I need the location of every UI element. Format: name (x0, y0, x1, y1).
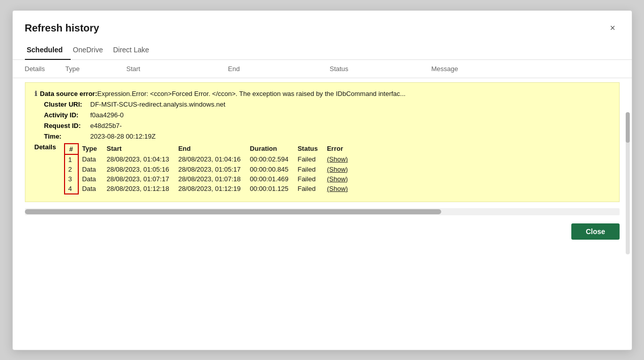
error-row-activity: Activity ID: f0aa4296-0 (35, 111, 610, 119)
modal-header: Refresh history × (13, 11, 632, 36)
cell-num: 2 (65, 165, 78, 174)
col-header-end: End (228, 65, 330, 73)
inner-col-error: Error (324, 144, 354, 154)
cluster-uri-label: Cluster URI: (44, 101, 82, 108)
error-panel: ℹ Data source error: Expression.Error: <… (25, 82, 620, 202)
inner-col-type: Type (78, 144, 103, 154)
cell-end: 28/08/2023, 01:12:19 (175, 184, 247, 194)
error-row-cluster: Cluster URI: DF-MSIT-SCUS-redirect.analy… (35, 101, 610, 108)
cell-error[interactable]: (Show) (324, 184, 354, 194)
table-row: 4 Data 28/08/2023, 01:12:18 28/08/2023, … (65, 184, 354, 194)
cell-error[interactable]: (Show) (324, 165, 354, 174)
vertical-scrollbar-thumb (626, 112, 630, 143)
error-row-time: Time: 2023-08-28 00:12:19Z (35, 133, 610, 140)
inner-col-start: Start (104, 144, 175, 154)
cell-type: Data (78, 154, 103, 165)
cell-status: Failed (294, 154, 324, 165)
cell-start: 28/08/2023, 01:07:17 (104, 174, 175, 184)
horizontal-scrollbar[interactable] (25, 208, 620, 215)
col-header-extra (533, 65, 620, 73)
cell-error[interactable]: (Show) (324, 174, 354, 184)
time-label: Time: (44, 133, 62, 140)
cell-num: 1 (65, 154, 78, 165)
cell-type: Data (78, 174, 103, 184)
cell-end: 28/08/2023, 01:05:17 (175, 165, 247, 174)
scrollbar-thumb (25, 209, 441, 214)
error-row-datasource: ℹ Data source error: Expression.Error: <… (35, 90, 610, 97)
cell-num: 4 (65, 184, 78, 194)
table-row: 1 Data 28/08/2023, 01:04:13 28/08/2023, … (65, 154, 354, 165)
inner-col-status: Status (294, 144, 324, 154)
tab-scheduled[interactable]: Scheduled (25, 42, 71, 60)
show-error-link[interactable]: (Show) (327, 185, 348, 192)
cell-duration: 00:00:00.845 (247, 165, 295, 174)
col-header-start: Start (127, 65, 228, 73)
datasource-error-value: Expression.Error: <ccon>Forced Error. </… (97, 90, 406, 97)
modal-title: Refresh history (25, 22, 100, 34)
table-header: Details Type Start End Status Message (13, 60, 632, 78)
inner-table-header-row: # Type Start End Duration Status Error (65, 144, 354, 154)
cell-duration: 00:00:02.594 (247, 154, 295, 165)
activity-id-value: f0aa4296-0 (90, 111, 124, 119)
cell-num: 3 (65, 174, 78, 184)
info-icon: ℹ (35, 90, 37, 97)
tab-direct-lake[interactable]: Direct Lake (111, 42, 157, 60)
cell-status: Failed (294, 184, 324, 194)
col-header-details: Details (25, 65, 66, 73)
cell-start: 28/08/2023, 01:05:16 (104, 165, 175, 174)
col-header-type: Type (66, 65, 127, 73)
tab-onedrive[interactable]: OneDrive (71, 42, 111, 60)
details-section: Details # Type Start End Duration Status… (35, 143, 610, 194)
cell-status: Failed (294, 174, 324, 184)
show-error-link[interactable]: (Show) (327, 155, 348, 163)
cell-type: Data (78, 165, 103, 174)
cell-end: 28/08/2023, 01:04:16 (175, 154, 247, 165)
cell-start: 28/08/2023, 01:04:13 (104, 154, 175, 165)
col-header-message: Message (432, 65, 533, 73)
table-row: 3 Data 28/08/2023, 01:07:17 28/08/2023, … (65, 174, 354, 184)
time-value: 2023-08-28 00:12:19Z (90, 133, 156, 140)
inner-col-duration: Duration (247, 144, 295, 154)
inner-col-num: # (65, 144, 78, 154)
datasource-error-label: Data source error: (40, 90, 98, 97)
close-action-button[interactable]: Close (571, 223, 619, 240)
modal-footer: Close (13, 215, 632, 250)
show-error-link[interactable]: (Show) (327, 166, 348, 173)
vertical-scrollbar[interactable] (626, 112, 630, 254)
col-header-status: Status (330, 65, 432, 73)
cell-end: 28/08/2023, 01:07:18 (175, 174, 247, 184)
cell-duration: 00:00:01.469 (247, 174, 295, 184)
table-row: 2 Data 28/08/2023, 01:05:16 28/08/2023, … (65, 165, 354, 174)
cell-duration: 00:00:01.125 (247, 184, 295, 194)
activity-id-label: Activity ID: (44, 111, 79, 119)
refresh-history-modal: Refresh history × Scheduled OneDrive Dir… (12, 10, 632, 350)
details-table: # Type Start End Duration Status Error 1 (64, 143, 354, 194)
cluster-uri-value: DF-MSIT-SCUS-redirect.analysis.windows.n… (90, 101, 226, 108)
modal-close-button[interactable]: × (606, 21, 620, 36)
cell-start: 28/08/2023, 01:12:18 (104, 184, 175, 194)
content-area: ℹ Data source error: Expression.Error: <… (13, 82, 632, 202)
request-id-label: Request ID: (44, 122, 81, 129)
cell-status: Failed (294, 165, 324, 174)
inner-col-end: End (175, 144, 247, 154)
tab-bar: Scheduled OneDrive Direct Lake (13, 42, 632, 60)
show-error-link[interactable]: (Show) (327, 175, 348, 183)
cell-error[interactable]: (Show) (324, 154, 354, 165)
request-id-value: e48d25b7- (90, 122, 122, 129)
error-row-request: Request ID: e48d25b7- (35, 122, 610, 129)
details-label: Details (35, 143, 56, 151)
cell-type: Data (78, 184, 103, 194)
